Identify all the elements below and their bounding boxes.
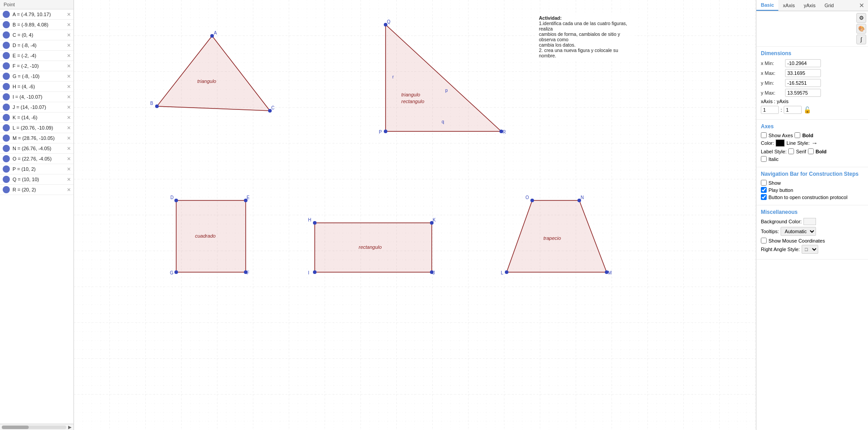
point-close-button[interactable]: ✕ [67,53,71,59]
point-close-button[interactable]: ✕ [67,146,71,152]
point-close-button[interactable]: ✕ [67,32,71,38]
x-ratio-input[interactable] [761,106,779,114]
misc-title: Miscellaneous [761,209,864,215]
open-construction-row: Button to open construction protocol [761,194,864,200]
point-D-label: D [170,195,174,200]
point-close-button[interactable]: ✕ [67,22,71,28]
ymin-input[interactable] [785,79,821,87]
point-close-button[interactable]: ✕ [67,166,71,172]
canvas-svg[interactable]: triangulo A B C triangulo rectangulo r p… [74,0,756,430]
y-ratio-input[interactable] [784,106,802,114]
mouse-coords-checkbox[interactable] [761,238,767,243]
list-item[interactable]: H = (4, -6) ✕ [0,82,74,92]
label-bold-checkbox[interactable] [808,148,814,154]
point-close-button[interactable]: ✕ [67,125,71,131]
scrollbar-thumb[interactable] [2,426,29,429]
bold-checkbox[interactable] [794,132,800,138]
point-close-button[interactable]: ✕ [67,104,71,110]
italic-checkbox[interactable] [761,156,767,162]
tab-yaxis[interactable]: yAxis [799,0,820,10]
point-color-dot [3,114,10,121]
list-item[interactable]: K = (14, -6) ✕ [0,113,74,123]
point-list[interactable]: A = (-4.79, 10.17) ✕ B = (-9.89, 4.08) ✕… [0,9,74,424]
list-item[interactable]: E = (-2, -4) ✕ [0,51,74,61]
list-item[interactable]: N = (26.76, -4.05) ✕ [0,143,74,154]
show-axes-label: Show Axes [768,133,793,138]
tooltips-select[interactable]: Automatic On Off [781,227,816,236]
point-J-label: J [433,270,435,275]
activity-title: Actividad: [539,15,562,21]
tab-grid[interactable]: Grid [820,0,838,10]
italic-label: Italic [768,156,779,162]
tab-xaxis[interactable]: xAxis [778,0,799,10]
activity-line1: 1.identifica cada una de las cuatro figu… [539,21,632,31]
list-item[interactable]: O = (22.76, -4.05) ✕ [0,154,74,164]
bg-color-picker[interactable] [803,218,816,225]
play-button-row: Play button [761,187,864,193]
play-button-checkbox[interactable] [761,187,767,193]
serif-checkbox[interactable] [788,148,794,154]
list-item[interactable]: M = (28.76, -10.05) ✕ [0,133,74,143]
scroll-arrow[interactable]: ▶ [68,425,72,430]
point-close-button[interactable]: ✕ [67,177,71,182]
point-G-label: G [170,270,174,275]
scrollbar-track[interactable] [2,426,66,429]
shape-label-triangulo: triangulo [197,78,216,84]
color-row: Color: Line Style: → [761,139,864,147]
point-close-button[interactable]: ✕ [67,74,71,79]
navbar-section: Navigation Bar for Construction Steps Sh… [756,167,868,205]
right-angle-select[interactable]: □ ∟ [802,245,818,254]
close-button[interactable]: ✕ [855,0,868,11]
point-color-dot [3,165,10,173]
point-close-button[interactable]: ✕ [67,84,71,90]
list-item[interactable]: D = (-8, -4) ✕ [0,40,74,51]
list-item[interactable]: P = (10, 2) ✕ [0,164,74,174]
list-item[interactable]: G = (-8, -10) ✕ [0,71,74,82]
canvas-area[interactable]: Actividad: 1.identifica cada una de las … [74,0,756,430]
lock-icon[interactable]: 🔓 [803,106,811,113]
list-item[interactable]: R = (20, 2) ✕ [0,185,74,195]
ymax-input[interactable] [785,89,821,97]
navbar-show-checkbox[interactable] [761,180,767,186]
point-color-dot [3,83,10,90]
bold-label: Bold [802,133,813,138]
color-picker[interactable] [776,139,785,147]
point-color-dot [3,21,10,28]
point-close-button[interactable]: ✕ [67,43,71,48]
list-item[interactable]: F = (-2, -10) ✕ [0,61,74,71]
point-B-dot [155,104,159,108]
xmax-input[interactable] [785,69,821,77]
tooltips-label: Tooltips: [761,229,779,234]
point-close-button[interactable]: ✕ [67,135,71,141]
point-close-button[interactable]: ✕ [67,156,71,162]
open-construction-checkbox[interactable] [761,194,767,200]
panel-title: Point [4,2,15,7]
list-item[interactable]: A = (-4.79, 10.17) ✕ [0,9,74,20]
list-item[interactable]: C = (0, 4) ✕ [0,30,74,40]
ymin-row: y Min: [761,79,864,87]
point-close-button[interactable]: ✕ [67,187,71,193]
ymax-label: y Max: [761,90,783,96]
xmin-row: x Min: [761,59,864,67]
ymax-row: y Max: [761,89,864,97]
xmin-input[interactable] [785,59,821,67]
point-close-button[interactable]: ✕ [67,12,71,17]
point-close-button[interactable]: ✕ [67,94,71,100]
point-close-button[interactable]: ✕ [67,63,71,69]
list-item[interactable]: B = (-9.89, 4.08) ✕ [0,20,74,30]
function-icon[interactable]: ∫ [856,35,866,44]
point-close-button[interactable]: ✕ [67,115,71,121]
tab-basic[interactable]: Basic [756,0,778,11]
scrollbar[interactable]: ▶ [0,424,74,430]
list-item[interactable]: J = (14, -10.07) ✕ [0,102,74,113]
show-axes-checkbox[interactable] [761,132,767,138]
list-item[interactable]: Q = (10, 10) ✕ [0,174,74,185]
italic-row: Italic [761,156,864,162]
settings-icon[interactable]: ⚙ [856,13,866,23]
list-item[interactable]: L = (20.76, -10.09) ✕ [0,123,74,133]
activity-line4: 2. crea una nueva figura y colocale su n… [539,48,632,58]
palette-icon[interactable]: 🎨 [856,24,866,34]
right-angle-label: Right Angle Style: [761,247,800,252]
list-item[interactable]: I = (4, -10.07) ✕ [0,92,74,102]
line-style-arrow[interactable]: → [812,139,818,147]
